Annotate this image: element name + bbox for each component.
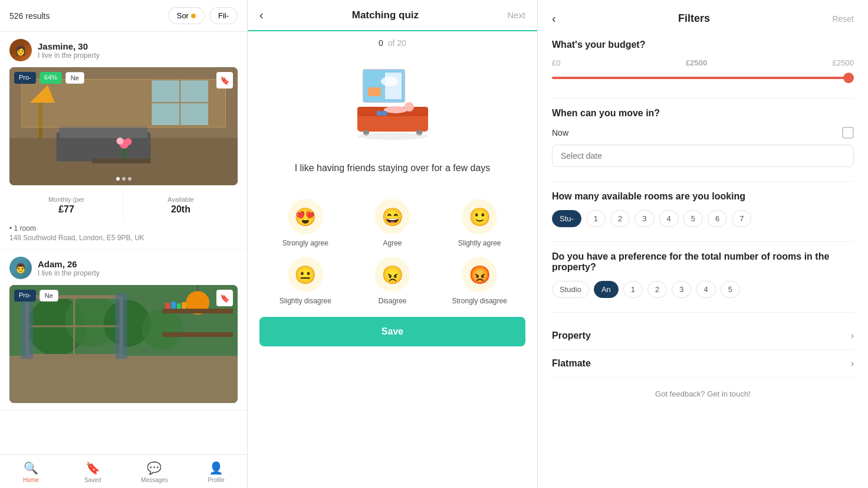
budget-section: What's your budget? £0 £2500 £2500 xyxy=(552,40,854,84)
listing-user-jasmine[interactable]: 👩 Jasmine, 30 I live in the property xyxy=(9,39,238,61)
emoji-disagree: 😠 xyxy=(374,257,410,292)
avatar-adam: 👨 xyxy=(9,257,32,279)
badge-ne-jasmine: Ne xyxy=(65,72,84,84)
sort-label: Sor xyxy=(177,11,189,20)
property-label: Property xyxy=(552,330,591,341)
emoji-strongly-agree: 😍 xyxy=(288,199,323,234)
filter-label: Fil- xyxy=(218,11,229,20)
svg-rect-7 xyxy=(60,126,148,138)
emoji-slightly-disagree: 😐 xyxy=(288,257,323,292)
budget-title: What's your budget? xyxy=(552,40,854,50)
budget-slider[interactable] xyxy=(552,72,854,84)
room-option-4[interactable]: 4 xyxy=(659,210,679,227)
svg-rect-16 xyxy=(9,356,238,403)
sort-dot-icon xyxy=(191,14,196,18)
listing-details-jasmine: Monthly (per £77 Available 20th xyxy=(9,191,238,220)
dot-3 xyxy=(128,177,131,181)
label-strongly-disagree: Strongly disagree xyxy=(452,297,507,305)
svg-rect-38 xyxy=(368,87,381,96)
progress-total: of 20 xyxy=(388,38,406,48)
divider-4 xyxy=(552,312,854,313)
user-info-jasmine: Jasmine, 30 I live in the property xyxy=(38,41,100,60)
bookmark-button-adam[interactable]: 🔖 xyxy=(216,290,233,306)
answer-slightly-agree[interactable]: 🙂 Slightly agree xyxy=(439,199,520,247)
monthly-label: Monthly (per xyxy=(9,196,123,203)
reset-button[interactable]: Reset xyxy=(832,14,854,24)
room-option-6[interactable]: 6 xyxy=(708,210,727,227)
slider-fill xyxy=(552,77,854,79)
svg-rect-3 xyxy=(150,79,209,126)
label-strongly-agree: Strongly agree xyxy=(282,239,328,247)
quiz-header: ‹ Matching quiz Next xyxy=(248,0,537,31)
budget-max: £2500 xyxy=(833,58,854,67)
answer-strongly-agree[interactable]: 😍 Strongly agree xyxy=(265,199,346,247)
pref-1[interactable]: 1 xyxy=(623,281,643,298)
pref-3[interactable]: 3 xyxy=(672,281,691,298)
dot-2 xyxy=(122,177,126,181)
room-option-5[interactable]: 5 xyxy=(683,210,703,227)
answer-slightly-disagree[interactable]: 😐 Slightly disagree xyxy=(265,257,346,305)
now-checkbox[interactable] xyxy=(842,127,854,139)
svg-point-14 xyxy=(124,138,131,145)
nav-messages[interactable]: 💬 Messages xyxy=(124,458,186,486)
answer-grid: 😍 Strongly agree 😄 Agree 🙂 Slightly agre… xyxy=(248,187,537,317)
filters-back-button[interactable]: ‹ xyxy=(552,12,556,25)
pref-studio[interactable]: Studio xyxy=(552,281,589,298)
slider-thumb[interactable] xyxy=(843,73,854,83)
move-in-title: When can you move in? xyxy=(552,108,854,119)
svg-marker-9 xyxy=(30,85,55,103)
svg-rect-26 xyxy=(21,294,33,359)
now-label: Now xyxy=(552,128,568,137)
badge-ne-adam: Ne xyxy=(40,290,58,302)
room-option-stu[interactable]: Stu- xyxy=(552,210,581,227)
pref-4[interactable]: 4 xyxy=(696,281,715,298)
slider-track xyxy=(552,77,854,79)
sort-button[interactable]: Sor xyxy=(168,7,205,24)
save-button[interactable]: Save xyxy=(259,317,525,346)
photo-jasmine[interactable]: Pro- 64% Ne 🔖 xyxy=(9,67,238,185)
bookmark-icon-adam: 🔖 xyxy=(220,294,230,303)
nav-home[interactable]: 🔍 Home xyxy=(0,458,62,486)
monthly-value: £77 xyxy=(9,204,123,215)
room-photo-adam xyxy=(9,285,238,403)
listing-meta-jasmine: • 1 room 148 Southwold Road, London, E5 … xyxy=(9,224,238,242)
svg-rect-31 xyxy=(171,302,176,309)
nav-saved[interactable]: 🔖 Saved xyxy=(62,458,124,486)
budget-range: £0 £2500 £2500 xyxy=(552,58,854,67)
answer-agree[interactable]: 😄 Agree xyxy=(353,199,433,247)
quiz-back-button[interactable]: ‹ xyxy=(259,8,264,22)
svg-rect-33 xyxy=(182,302,186,309)
listing-user-adam[interactable]: 👨 Adam, 26 I live in the property xyxy=(9,257,238,279)
room-option-1[interactable]: 1 xyxy=(586,210,606,227)
answer-strongly-disagree[interactable]: 😡 Strongly disagree xyxy=(439,257,520,305)
divider-3 xyxy=(552,241,854,242)
rooms-title: How many available rooms are you looking xyxy=(552,191,854,202)
date-input[interactable] xyxy=(552,145,854,167)
budget-min: £0 xyxy=(552,58,560,67)
filter-button[interactable]: Fil- xyxy=(209,7,238,24)
emoji-slightly-agree: 🙂 xyxy=(462,199,497,234)
bookmark-button-jasmine[interactable]: 🔖 xyxy=(216,72,233,89)
user-subtitle-jasmine: I live in the property xyxy=(38,51,100,60)
nav-profile[interactable]: 👤 Profile xyxy=(185,458,247,486)
room-option-2[interactable]: 2 xyxy=(610,210,630,227)
feedback-text: Got feedback? Get in touch! xyxy=(552,389,854,398)
property-chevron-icon: › xyxy=(851,330,854,341)
feedback-content: Got feedback? Get in touch! xyxy=(655,389,751,398)
pref-2[interactable]: 2 xyxy=(647,281,667,298)
quiz-next-button[interactable]: Next xyxy=(507,10,525,20)
photo-adam[interactable]: Pro- Ne 🔖 xyxy=(9,285,238,403)
messages-icon: 💬 xyxy=(147,461,162,475)
svg-point-20 xyxy=(142,309,183,350)
answer-disagree[interactable]: 😠 Disagree xyxy=(353,257,433,305)
flatmate-row[interactable]: Flatmate › xyxy=(552,350,854,378)
quiz-progress: 0 of 20 xyxy=(248,31,537,55)
pref-5[interactable]: 5 xyxy=(721,281,740,298)
property-row[interactable]: Property › xyxy=(552,322,854,350)
quiz-illustration xyxy=(248,55,537,149)
bottom-nav: 🔍 Home 🔖 Saved 💬 Messages 👤 Profile xyxy=(0,454,247,488)
room-option-3[interactable]: 3 xyxy=(634,210,654,227)
pref-an[interactable]: An xyxy=(594,281,619,298)
room-option-7[interactable]: 7 xyxy=(732,210,751,227)
preference-section: Do you have a preference for the total n… xyxy=(552,251,854,298)
